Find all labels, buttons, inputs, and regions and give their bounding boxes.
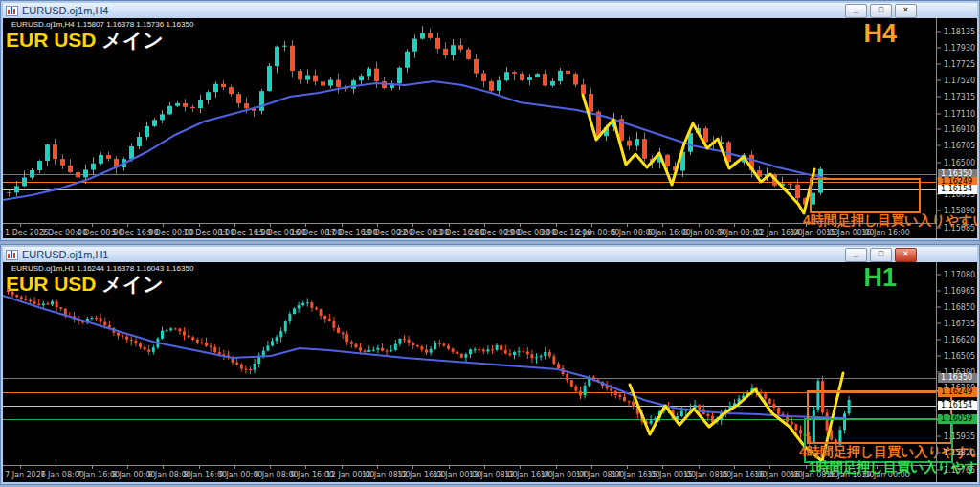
price-axis[interactable]: 1.181351.179301.177251.175201.173151.171… (936, 18, 977, 238)
price-tick-label: 1.15820 (944, 449, 975, 457)
time-tick-dash (627, 224, 628, 227)
time-tick-dash (56, 224, 56, 227)
time-tick-dash (449, 466, 450, 469)
price-tick-label: 1.16850 (944, 303, 975, 312)
time-tick-dash (662, 224, 663, 227)
candles-series (7, 26, 823, 208)
time-tick-dash (591, 224, 592, 227)
time-tick-dash (234, 224, 235, 227)
close-button[interactable]: × (895, 248, 917, 262)
time-tick-dash (92, 466, 93, 469)
zone-rectangle[interactable] (810, 178, 921, 213)
time-tick-dash (769, 466, 770, 469)
close-button[interactable]: × (895, 4, 917, 18)
window-titlebar-h1[interactable]: EURUSD.oj1m,H1 _ □ × (3, 247, 977, 262)
price-tick-dash (937, 227, 941, 228)
candlestick-plot[interactable] (3, 262, 936, 465)
price-tick-dash (937, 210, 941, 211)
price-tick-label: 1.17520 (944, 77, 975, 85)
time-tick-dash (305, 466, 306, 469)
time-tick-dash (520, 224, 521, 227)
time-tick-dash (412, 466, 413, 469)
time-tick-dash (627, 466, 628, 469)
price-tick-label: 1.16505 (944, 352, 975, 361)
time-tick-dash (591, 466, 592, 469)
price-tick-label: 1.15890 (944, 207, 975, 215)
time-tick-dash (199, 224, 200, 227)
time-tick-dash (342, 466, 343, 469)
price-tick-dash (937, 80, 941, 81)
window-controls: _ □ × (845, 248, 974, 262)
chart-window-h1: EURUSD.oj1m,H1 _ □ × EURUSD.oj1m,H1 1.16… (0, 244, 980, 485)
price-tick-dash (937, 113, 941, 114)
price-tick-dash (937, 145, 941, 146)
price-tick-label: 1.16965 (944, 287, 975, 296)
price-tick-label: 1.17930 (944, 44, 975, 53)
time-axis[interactable]: 1 Dec 20253 Dec 00:004 Dec 08:005 Dec 16… (3, 223, 936, 238)
price-tick-label: 1.18135 (944, 28, 975, 36)
time-tick-dash (556, 224, 557, 227)
price-tick-label: 1.17315 (944, 93, 975, 101)
time-tick-dash (377, 224, 378, 227)
price-tick-dash (937, 48, 941, 49)
price-tick-dash (937, 356, 941, 357)
price-tick-label: 1.16705 (944, 142, 975, 150)
candles-series (7, 288, 851, 450)
time-tick-dash (20, 224, 21, 227)
price-tick-dash (937, 64, 941, 65)
price-tick-dash (937, 291, 941, 292)
candlestick-plot[interactable] (3, 18, 936, 223)
window-titlebar-h4[interactable]: EURUSD.oj1m,H4 _ □ × (3, 3, 977, 18)
restore-button[interactable]: □ (870, 4, 892, 18)
time-tick-dash (342, 224, 343, 227)
time-tick-dash (92, 224, 93, 227)
time-tick-dash (270, 224, 271, 227)
time-tick-dash (556, 466, 557, 469)
price-tick-label: 1.16735 (944, 320, 975, 328)
time-tick-dash (305, 224, 306, 227)
time-tick-dash (163, 466, 164, 469)
metatrader-workspace: { "windows": [ { "title": "EURUSD.oj1m,H… (0, 0, 980, 487)
ohlc-info-line: EURUSD.oj1m,H1 1.16244 1.16378 1.16043 1… (11, 264, 193, 273)
time-tick-dash (734, 224, 735, 227)
minimize-button[interactable]: _ (845, 4, 867, 18)
price-level-marker: 1.16154 (938, 185, 977, 194)
price-level-marker: 1.16154 (938, 401, 977, 410)
time-tick-dash (484, 224, 485, 227)
price-tick-label: 1.15935 (944, 432, 975, 441)
time-tick-dash (484, 466, 485, 469)
time-tick-dash (412, 224, 413, 227)
price-tick-label: 1.16620 (944, 336, 975, 344)
price-tick-dash (937, 323, 941, 324)
chart-canvas-h1[interactable]: EURUSD.oj1m,H1 1.16244 1.16378 1.16043 1… (3, 262, 977, 482)
time-axis[interactable]: 7 Jan 20267 Jan 08:007 Jan 16:008 Jan 00… (3, 465, 936, 482)
price-tick-label: 1.17080 (944, 271, 975, 279)
price-tick-label: 1.17725 (944, 60, 975, 69)
price-level-marker: 1.16249 (938, 387, 977, 397)
price-tick-dash (937, 32, 941, 33)
time-tick-dash (662, 466, 663, 469)
chart-window-h4: EURUSD.oj1m,H4 _ □ × EURUSD.oj1m,H4 1.15… (0, 0, 980, 241)
price-level-marker: 1.16350 (938, 373, 977, 383)
price-tick-dash (937, 97, 941, 98)
chart-window-icon (6, 6, 18, 16)
price-tick-dash (937, 162, 941, 163)
window-title: EURUSD.oj1m,H1 (22, 249, 108, 260)
price-axis[interactable]: 1.170801.169651.168501.167351.166201.165… (936, 262, 977, 482)
price-level-marker: 1.16059 (938, 414, 977, 424)
minimize-button[interactable]: _ (845, 248, 867, 262)
zigzag-trend-line (583, 95, 814, 213)
restore-button[interactable]: □ (870, 248, 892, 262)
time-tick-dash (769, 224, 770, 227)
chart-canvas-h4[interactable]: EURUSD.oj1m,H4 1.15807 1.16378 1.15736 1… (3, 18, 977, 238)
time-tick-dash (199, 466, 200, 469)
window-controls: _ □ × (845, 4, 974, 18)
time-tick-dash (806, 466, 807, 469)
chart-window-icon (6, 250, 18, 260)
price-tick-dash (937, 275, 941, 276)
window-title: EURUSD.oj1m,H4 (22, 5, 108, 16)
price-tick-label: 1.15685 (944, 223, 975, 232)
time-tick-dash (127, 466, 128, 469)
time-tick-dash (699, 466, 700, 469)
price-tick-dash (937, 469, 941, 470)
